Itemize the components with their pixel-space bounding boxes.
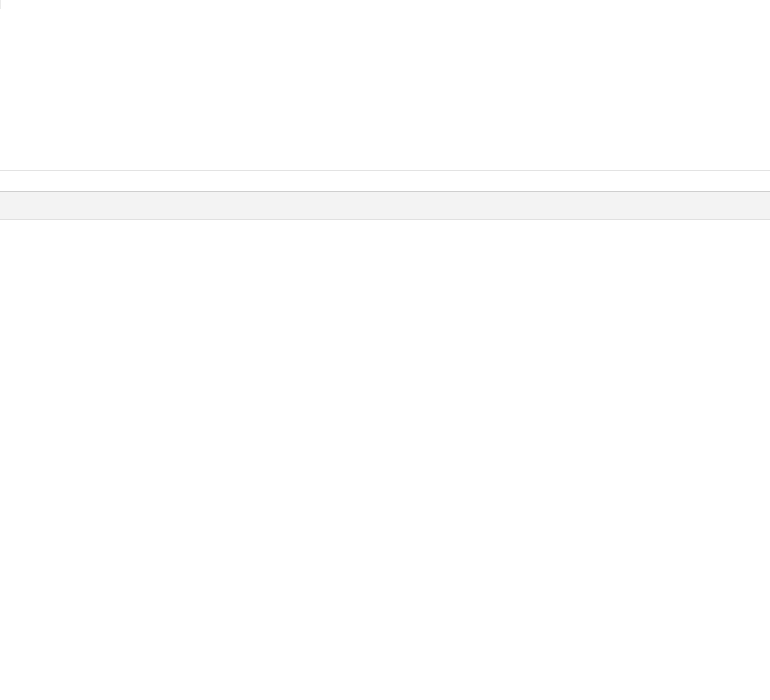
- styles-pane: [0, 220, 770, 700]
- sidebar-tab-bar: [0, 192, 770, 220]
- devtools-window: [0, 0, 770, 700]
- breadcrumb: [0, 170, 770, 192]
- dom-tree: [0, 0, 770, 170]
